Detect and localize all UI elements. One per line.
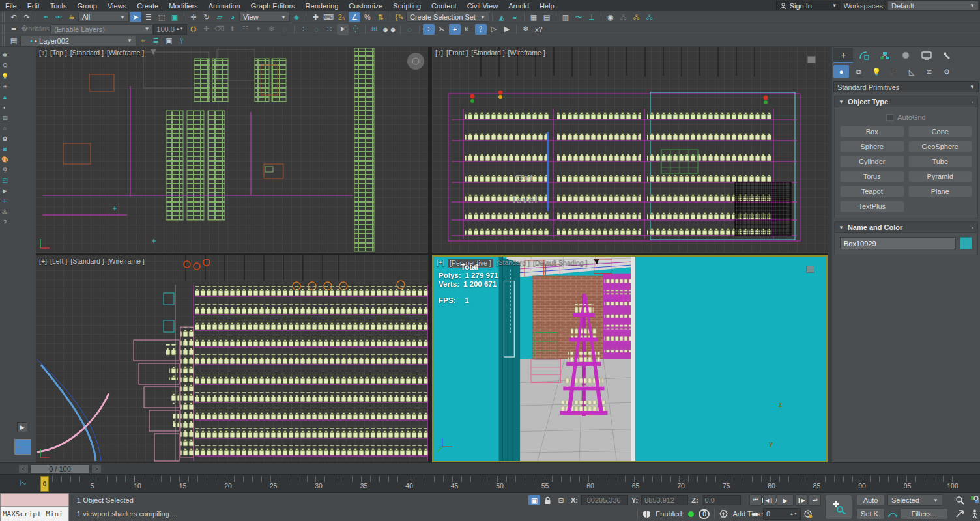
tab-hierarchy[interactable] <box>875 48 895 63</box>
absolute-mode-icon[interactable]: ⊡ <box>555 495 567 505</box>
door-icon[interactable]: ⌂ <box>1 124 9 132</box>
playhead[interactable]: 0 <box>40 476 49 492</box>
toggle-layer-explorer-icon[interactable]: ▤ <box>541 12 553 22</box>
toggle-scene-explorer-icon[interactable]: ▦ <box>528 12 540 22</box>
add-selection-to-layer-icon[interactable]: ≣ <box>150 36 162 46</box>
snaps-toggle-25-icon[interactable]: 2₅ <box>336 12 347 22</box>
palette-icon[interactable]: 🎨 <box>1 155 9 163</box>
select-and-scale-icon[interactable]: ▱ <box>214 12 225 22</box>
next-frame-button[interactable]: ❙▶ <box>795 494 807 506</box>
menu-item[interactable]: Graph Editors <box>246 0 300 11</box>
bind-to-spacewarp-icon[interactable]: ≋ <box>66 12 78 22</box>
menu-item[interactable]: Rendering <box>300 0 344 11</box>
viewport-standard-menu[interactable]: [Standard ] <box>70 257 104 265</box>
panel-splitter[interactable] <box>828 47 832 462</box>
key-mode-select[interactable]: Selected▼ <box>887 494 942 506</box>
delete-layer-icon[interactable]: ⌫ <box>214 24 225 35</box>
active-layer-select[interactable]: – • • Layer002 ▼ <box>20 36 136 46</box>
autogrid-checkbox[interactable] <box>886 114 893 121</box>
hide-layer-icon[interactable]: ◌ <box>279 24 291 35</box>
maxscript-pane[interactable]: MAXScript Mini <box>1 507 68 521</box>
align-icon[interactable]: ≡ <box>509 12 521 22</box>
reference-coordinate-select[interactable]: View▼ <box>239 12 290 22</box>
set-current-layer-icon[interactable]: ✦ <box>253 24 265 35</box>
name-color-rollout-header[interactable]: ▼ Name and Color ▪ <box>834 221 978 233</box>
selection-ring-icon[interactable]: ◌ <box>311 24 323 35</box>
percent-snap-icon[interactable]: % <box>362 12 373 22</box>
angle-snap-icon[interactable]: ∠ <box>349 12 360 22</box>
primitive-button[interactable]: Torus <box>840 171 904 182</box>
x-query-icon[interactable]: x? <box>533 24 545 35</box>
tab-create[interactable]: ＋ <box>833 48 853 63</box>
key-filters-icon[interactable] <box>887 509 898 518</box>
select-and-place-icon[interactable]: ◕ <box>227 12 238 22</box>
time-slider-value[interactable]: 0 / 100 <box>30 464 90 473</box>
viewport-menu-plus[interactable]: [+] <box>39 257 47 265</box>
selection-lock-icon[interactable] <box>544 496 551 505</box>
subtab-shapes[interactable]: ⧉ <box>851 65 867 78</box>
rendered-frame-window-icon[interactable]: 🝆 <box>631 12 642 22</box>
coordinate-z-input[interactable]: 0.0 <box>702 495 741 505</box>
unlink-selection-icon[interactable]: ⚮ <box>53 12 65 22</box>
subtab-helpers[interactable]: ◺ <box>904 65 919 78</box>
lightbulb-icon[interactable]: 💡 <box>1 72 9 80</box>
time-configuration-icon[interactable] <box>802 508 814 520</box>
render-setup-icon[interactable]: 🝆 <box>618 12 629 22</box>
tab-utilities[interactable] <box>938 48 957 63</box>
rollout-pin-icon[interactable]: ▪ <box>972 99 973 105</box>
window-crossing-icon[interactable]: ▣ <box>169 12 180 22</box>
spinner-arrows-icon[interactable]: ▲▼ <box>790 513 798 516</box>
object-color-swatch[interactable] <box>960 237 972 249</box>
viewport-view-menu[interactable]: [Left ] <box>50 257 67 265</box>
snowflake-cursor-icon[interactable]: ❄ <box>520 24 532 35</box>
snap-dots-toggle-icon[interactable]: ⁘ <box>423 24 435 35</box>
primitive-button[interactable]: Box <box>840 126 904 137</box>
viewport-standard-menu[interactable]: [Standard ] <box>471 49 504 57</box>
menu-item[interactable]: Modifiers <box>164 0 203 11</box>
spinner-arrows-icon[interactable]: ▲▼ <box>176 27 184 31</box>
crowd-icon[interactable]: ☻☻ <box>382 24 397 35</box>
spinner-snap-icon[interactable]: ⇅ <box>375 12 386 22</box>
layer-gear-icon[interactable]: ⛭ <box>188 24 199 35</box>
help-circle-icon[interactable]: ? <box>1 218 9 226</box>
layer-spinner[interactable]: 100.0▲▼ <box>153 24 186 35</box>
layer-list-icon[interactable]: �británs <box>21 24 50 35</box>
viewport-standard-menu[interactable]: [Standard ] <box>70 49 104 57</box>
select-arrow-icon[interactable]: ➤ <box>337 24 349 35</box>
crosshair-icon[interactable]: ✛ <box>1 197 9 205</box>
white-arrow-icon[interactable]: ▷ <box>488 24 500 35</box>
use-pivot-center-icon[interactable]: ◈ <box>291 12 302 22</box>
mirror-icon[interactable]: ◭ <box>496 12 508 22</box>
viewport-layout-flyout-button[interactable]: ▶ <box>17 422 27 432</box>
viewport-filter-icon[interactable] <box>150 49 157 55</box>
object-type-rollout-header[interactable]: ▼ Object Type ▪ <box>834 96 978 107</box>
time-tag-hexagon-icon[interactable] <box>719 510 728 518</box>
primitive-button[interactable]: TextPlus <box>840 201 904 212</box>
menu-item[interactable]: Animation <box>203 0 246 11</box>
zoom-icon[interactable] <box>953 494 966 506</box>
menu-item[interactable]: Arnold <box>503 0 534 11</box>
viewcube-placeholder[interactable] <box>806 266 814 273</box>
key-step-icon[interactable]: ◀▶ <box>749 508 762 520</box>
go-to-end-button[interactable]: ⏭ <box>809 494 821 506</box>
previous-frame-arrow[interactable]: < <box>18 464 29 473</box>
viewport-left[interactable]: [+] [Left ] [Standard ] [Wireframe ] <box>36 255 428 462</box>
menu-item[interactable]: Civil View <box>462 0 503 11</box>
teapot-icon[interactable]: 🝆 <box>1 207 9 216</box>
freeze-layer-icon[interactable]: ❄ <box>266 24 278 35</box>
menu-item[interactable]: Scripting <box>388 0 426 11</box>
camera-icon[interactable]: ◐ <box>1 103 9 111</box>
workspace-select[interactable]: Default ▼ <box>887 1 979 10</box>
walk-through-icon[interactable] <box>968 508 980 520</box>
viewport-front[interactable]: [+] [Front ] [Standard ] [Wireframe ] <box>432 47 828 253</box>
schematic-view-icon[interactable]: ⊥ <box>586 12 598 22</box>
key-filters-button[interactable]: Filters... <box>900 508 948 520</box>
isolate-selection-toggle-icon[interactable]: ▣ <box>528 495 540 505</box>
primitive-button[interactable]: GeoSphere <box>908 141 973 152</box>
subtab-spacewarps[interactable]: ≋ <box>921 65 937 78</box>
plus-snap-toggle-icon[interactable]: + <box>449 24 461 35</box>
auto-key-button[interactable]: Auto <box>856 494 885 506</box>
select-objects-in-layer-icon[interactable]: ▣ <box>163 36 175 46</box>
set-key-button[interactable]: Set K. <box>856 508 885 520</box>
subtab-systems[interactable]: ⚙ <box>939 65 955 78</box>
